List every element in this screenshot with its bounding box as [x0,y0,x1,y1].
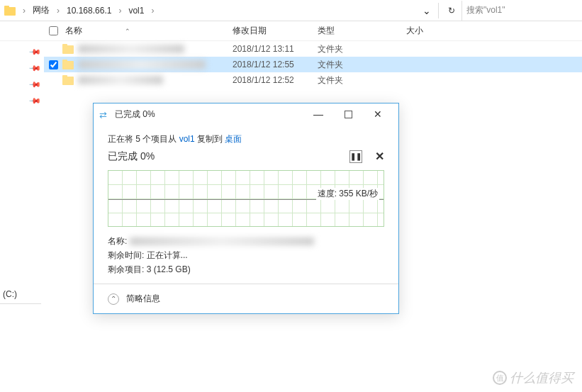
folder-icon [62,44,74,54]
select-all-checkbox[interactable] [44,26,62,35]
breadcrumb-host[interactable]: 10.168.66.1 [62,6,116,16]
file-type: 文件夹 [318,59,406,71]
speed-chart: 速度: 355 KB/秒 [108,170,384,227]
file-list: 2018/1/12 13:11 文件夹 2018/1/12 12:55 文件夹 … [44,41,582,88]
dialog-titlebar[interactable]: ⇄ 已完成 0% — ✕ [94,103,398,125]
file-type: 文件夹 [318,74,406,86]
separator [438,3,439,18]
column-size[interactable]: 大小 [406,25,463,37]
breadcrumb-root[interactable]: 网络 [28,4,54,16]
sort-arrow-icon: ⌃ [125,28,130,35]
dialog-title: 已完成 0% [115,108,155,121]
copy-description: 正在将 5 个项目从 vol1 复制到 桌面 [108,133,384,145]
chevron-right-icon: › [54,6,62,16]
list-item[interactable]: 2018/1/12 13:11 文件夹 [44,41,582,57]
remaining-time: 剩余时间: 正在计算... [108,250,384,262]
column-type[interactable]: 类型 [318,25,406,37]
breadcrumb-folder[interactable]: vol1 [124,6,148,16]
destination-link[interactable]: 桌面 [225,134,242,144]
speed-label: 速度: 355 KB/秒 [316,188,379,200]
row-checkbox[interactable] [44,60,62,69]
folder-icon [4,6,16,16]
file-name [78,60,233,69]
minimize-button[interactable]: — [303,104,333,124]
remaining-items: 剩余项目: 3 (12.5 GB) [108,264,384,276]
column-headers: 名称⌃ 修改日期 类型 大小 [0,21,582,41]
address-bar: › 网络 › 10.168.66.1 › vol1 › ⌄ ↻ 搜索"vol1" [0,0,582,21]
file-name [78,76,233,84]
copy-name-line: 名称: [108,235,384,247]
dialog-footer: ⌃ 简略信息 [94,284,398,313]
copy-icon: ⇄ [99,110,111,118]
chevron-right-icon: › [116,6,124,16]
pin-icon[interactable]: 📌 [28,94,42,108]
pause-button[interactable]: ❚❚ [349,150,362,163]
pin-icon[interactable]: 📌 [28,78,42,92]
file-type: 文件夹 [318,43,406,55]
pin-icon[interactable]: 📌 [28,45,42,60]
copy-progress-dialog: ⇄ 已完成 0% — ✕ 正在将 5 个项目从 vol1 复制到 桌面 已完成 … [93,103,399,314]
collapse-icon[interactable]: ⌃ [108,293,119,305]
dropdown-icon[interactable]: ⌄ [418,5,435,16]
list-item[interactable]: 2018/1/12 12:55 文件夹 [44,57,582,72]
refresh-icon[interactable]: ↻ [446,5,457,16]
column-name[interactable]: 名称⌃ [62,25,233,37]
file-date: 2018/1/12 12:52 [233,75,318,85]
dialog-body: 正在将 5 个项目从 vol1 复制到 桌面 已完成 0% ❚❚ ✕ 速度: 3… [94,125,398,284]
file-name [78,45,233,53]
maximize-button[interactable] [333,104,363,124]
cancel-button[interactable]: ✕ [375,150,384,163]
file-date: 2018/1/12 13:11 [233,44,318,54]
progress-label: 已完成 0% [108,150,155,163]
folder-icon [62,75,74,85]
folder-icon [62,60,74,69]
source-link[interactable]: vol1 [179,134,195,144]
watermark-badge-icon: 值 [493,371,507,385]
watermark: 值 什么值得买 [493,369,573,386]
column-date[interactable]: 修改日期 [233,25,318,37]
list-item[interactable]: 2018/1/12 12:52 文件夹 [44,72,582,88]
watermark-text: 什么值得买 [510,369,573,386]
file-date: 2018/1/12 12:55 [233,60,318,69]
footer-label[interactable]: 简略信息 [126,293,160,305]
drive-label[interactable]: (C:) [0,289,17,299]
sidebar: 📌 📌 📌 📌 (C:) [0,41,44,325]
chevron-right-icon: › [20,6,28,16]
chevron-right-icon: › [148,6,157,16]
separator [0,303,41,304]
close-button[interactable]: ✕ [363,104,393,124]
pin-icon[interactable]: 📌 [28,62,42,76]
search-input[interactable]: 搜索"vol1" [461,1,582,21]
